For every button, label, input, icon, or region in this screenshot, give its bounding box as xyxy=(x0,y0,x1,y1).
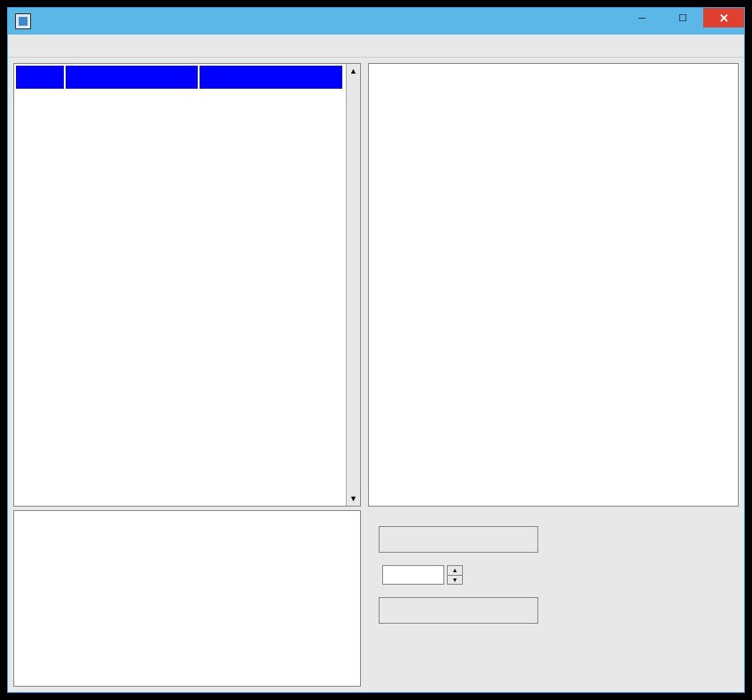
col-header-concentration[interactable] xyxy=(66,66,198,89)
curfit-button[interactable] xyxy=(379,526,538,553)
menubar xyxy=(8,35,744,58)
fit-result-text xyxy=(13,510,361,687)
degree-spinner[interactable]: ▲ ▼ xyxy=(447,565,463,585)
app-icon[interactable] xyxy=(15,13,31,29)
data-table-container: ▲ ▼ xyxy=(13,63,361,507)
controls: ▲ ▼ xyxy=(368,526,739,624)
table-scrollbar[interactable]: ▲ ▼ xyxy=(346,64,360,506)
table-corner xyxy=(16,66,64,89)
minimize-button[interactable]: ─ xyxy=(622,8,662,28)
spinner-down-icon[interactable]: ▼ xyxy=(448,576,462,585)
col-header-readvalue[interactable] xyxy=(200,66,342,89)
data-table[interactable] xyxy=(14,64,344,90)
plot-area xyxy=(368,63,739,507)
spinner-up-icon[interactable]: ▲ xyxy=(448,566,462,576)
app-window: ─ ☐ ✕ xyxy=(7,7,745,693)
left-pane: ▲ ▼ xyxy=(13,63,361,687)
maximize-button[interactable]: ☐ xyxy=(662,8,703,28)
degree-input[interactable] xyxy=(382,565,444,585)
close-button[interactable]: ✕ xyxy=(703,8,744,28)
evaluate-unknown-button[interactable] xyxy=(379,597,538,624)
right-pane: ▲ ▼ xyxy=(368,63,739,687)
scroll-up-icon[interactable]: ▲ xyxy=(347,64,360,78)
scroll-track[interactable] xyxy=(347,78,360,492)
client-area: ▲ ▼ ▲ ▼ xyxy=(8,58,744,692)
scroll-down-icon[interactable]: ▼ xyxy=(347,492,360,506)
titlebar: ─ ☐ ✕ xyxy=(8,8,744,35)
